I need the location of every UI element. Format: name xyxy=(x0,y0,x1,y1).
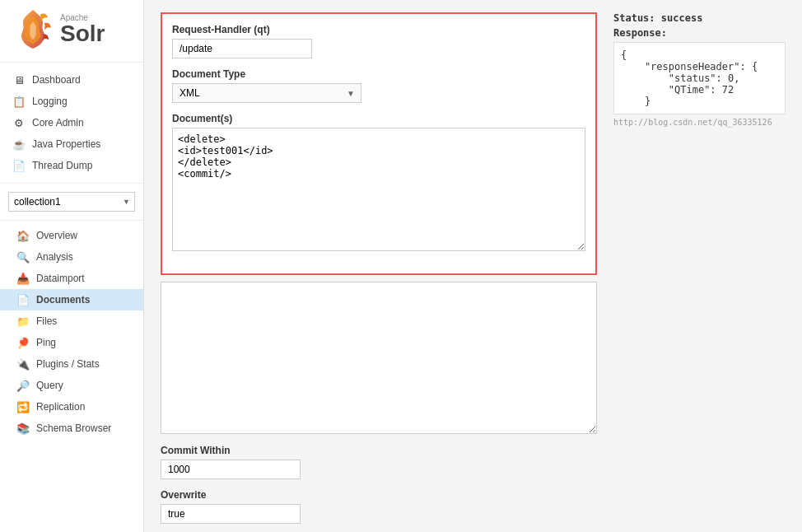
documents-label: Documents xyxy=(36,294,90,306)
documents-icon: 📄 xyxy=(16,293,30,306)
global-nav: 🖥 Dashboard 📋 Logging ⚙ Core Admin ☕ Jav… xyxy=(0,63,143,184)
dataimport-label: Dataimport xyxy=(36,273,85,284)
sidebar-item-ping[interactable]: 🏓 Ping xyxy=(0,332,143,353)
right-panel: Status: success Response: { "responseHea… xyxy=(613,12,786,520)
commit-within-input[interactable] xyxy=(161,460,301,479)
sidebar-item-files[interactable]: 📁 Files xyxy=(0,310,143,332)
sidebar-item-overview[interactable]: 🏠 Overview xyxy=(0,225,143,246)
overview-icon: 🏠 xyxy=(16,229,30,242)
dashboard-label: Dashboard xyxy=(32,74,81,86)
sidebar-item-plugins-stats[interactable]: 🔌 Plugins / Stats xyxy=(0,353,143,375)
sidebar-item-core-admin[interactable]: ⚙ Core Admin xyxy=(0,112,143,133)
document-type-group: Document Type XML JSON CSV Document Buil… xyxy=(172,68,585,103)
schema-browser-icon: 📚 xyxy=(16,422,30,435)
core-admin-icon: ⚙ xyxy=(12,116,26,129)
left-panel: Request-Handler (qt) Document Type XML J… xyxy=(161,12,597,520)
sidebar-item-documents[interactable]: 📄 Documents xyxy=(0,289,143,310)
sidebar-item-dataimport[interactable]: 📥 Dataimport xyxy=(0,268,143,289)
sidebar-item-logging[interactable]: 📋 Logging xyxy=(0,91,143,112)
query-label: Query xyxy=(36,380,63,391)
java-properties-icon: ☕ xyxy=(12,138,26,151)
analysis-label: Analysis xyxy=(36,251,73,263)
outer-textarea[interactable] xyxy=(161,282,597,434)
plugins-stats-label: Plugins / Stats xyxy=(36,358,100,370)
request-handler-group: Request-Handler (qt) xyxy=(172,24,585,58)
files-label: Files xyxy=(36,315,57,327)
documents-group: Document(s) <delete> <id>test001</id> </… xyxy=(172,113,585,254)
sidebar-item-dashboard[interactable]: 🖥 Dashboard xyxy=(0,69,143,91)
ping-label: Ping xyxy=(36,337,56,348)
thread-dump-label: Thread Dump xyxy=(32,160,92,171)
analysis-icon: 🔍 xyxy=(16,250,30,264)
schema-browser-label: Schema Browser xyxy=(36,422,111,434)
replication-icon: 🔁 xyxy=(16,400,30,413)
sidebar-item-query[interactable]: 🔎 Query xyxy=(0,375,143,396)
request-handler-label: Request-Handler (qt) xyxy=(172,24,585,35)
collection-select[interactable]: collection1 xyxy=(8,192,135,212)
dashboard-icon: 🖥 xyxy=(12,73,26,86)
logo-text: Apache Solr xyxy=(60,13,105,45)
commit-within-group: Commit Within xyxy=(161,445,597,479)
overwrite-input[interactable] xyxy=(161,504,301,524)
java-properties-label: Java Properties xyxy=(32,138,100,150)
documents-label: Document(s) xyxy=(172,113,585,124)
sidebar-item-thread-dump[interactable]: 📄 Thread Dump xyxy=(0,155,143,176)
solr-logo-flame xyxy=(12,8,54,49)
files-icon: 📁 xyxy=(16,315,30,328)
documents-textarea[interactable]: <delete> <id>test001</id> </delete> <com… xyxy=(172,128,585,251)
response-code: { "responseHeader": { "status": 0, "QTim… xyxy=(613,42,786,114)
logging-label: Logging xyxy=(32,96,68,107)
outer-textarea-wrapper xyxy=(161,282,597,436)
overwrite-group: Overwrite xyxy=(161,489,597,524)
thread-dump-icon: 📄 xyxy=(12,159,26,172)
response-area: Status: success Response: { "responseHea… xyxy=(613,12,786,127)
logging-icon: 📋 xyxy=(12,95,26,108)
logo-solr: Solr xyxy=(60,22,105,45)
ping-icon: 🏓 xyxy=(16,336,30,349)
overview-label: Overview xyxy=(36,230,77,241)
request-handler-input[interactable] xyxy=(172,39,312,58)
query-icon: 🔎 xyxy=(16,379,30,392)
watermark: http://blog.csdn.net/qq_36335126 xyxy=(613,118,786,127)
commit-within-label: Commit Within xyxy=(161,445,597,456)
collection-selector-area: collection1 xyxy=(0,184,143,221)
overwrite-label: Overwrite xyxy=(161,489,597,501)
dataimport-icon: 📥 xyxy=(16,272,30,285)
sidebar-item-schema-browser[interactable]: 📚 Schema Browser xyxy=(0,418,143,439)
sidebar-item-java-properties[interactable]: ☕ Java Properties xyxy=(0,133,143,155)
form-container: Request-Handler (qt) Document Type XML J… xyxy=(161,12,597,275)
plugins-stats-icon: 🔌 xyxy=(16,357,30,371)
sidebar-item-replication[interactable]: 🔁 Replication xyxy=(0,396,143,418)
sidebar-item-analysis[interactable]: 🔍 Analysis xyxy=(0,246,143,268)
document-type-select[interactable]: XML JSON CSV Document Builder xyxy=(172,83,361,103)
logo-area: Apache Solr xyxy=(0,0,143,63)
status-label: Status: xyxy=(613,12,655,24)
response-label: Response: xyxy=(613,27,786,39)
core-admin-label: Core Admin xyxy=(32,117,84,128)
response-status: Status: success xyxy=(613,12,786,24)
document-type-label: Document Type xyxy=(172,68,585,80)
collection-nav: 🏠 Overview 🔍 Analysis 📥 Dataimport 📄 Doc… xyxy=(0,221,143,443)
replication-label: Replication xyxy=(36,401,85,413)
status-value: success xyxy=(661,12,703,24)
